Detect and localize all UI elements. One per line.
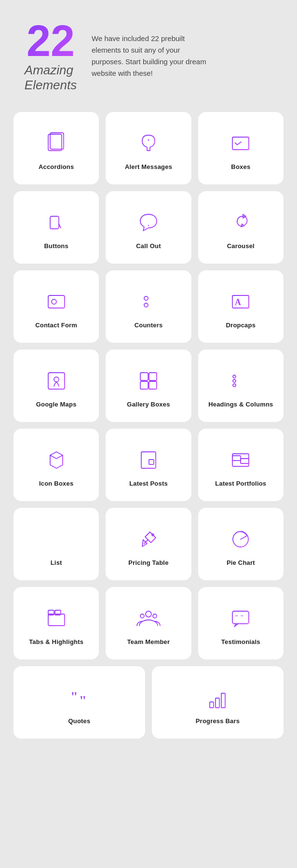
svg-point-70 <box>146 611 151 617</box>
latest-posts-label: Latest Posts <box>129 480 168 487</box>
icon-boxes-icon <box>43 447 69 473</box>
grid-row-6: List Pricing Table <box>14 508 284 580</box>
latest-posts-icon <box>135 447 162 473</box>
pie-chart-icon <box>228 526 254 552</box>
list-icon <box>43 526 69 552</box>
google-maps-label: Google Maps <box>36 401 77 408</box>
alert-messages-icon <box>135 130 162 156</box>
svg-rect-65 <box>48 614 65 626</box>
progress-bars-icon <box>205 685 231 711</box>
element-card-boxes[interactable]: Boxes <box>198 112 284 184</box>
header-left: 22 AmazingElements <box>19 19 82 93</box>
element-card-alert-messages[interactable]: Alert Messages <box>106 112 191 184</box>
pie-chart-label: Pie Chart <box>227 559 255 566</box>
element-card-list[interactable]: List <box>14 508 99 580</box>
team-member-icon <box>135 605 162 631</box>
element-card-dropcaps[interactable]: A Dropcaps <box>198 270 284 343</box>
counters-icon <box>135 289 162 315</box>
svg-rect-34 <box>149 381 157 389</box>
element-card-icon-boxes[interactable]: Icon Boxes <box>14 429 99 501</box>
alert-messages-label: Alert Messages <box>125 163 172 170</box>
boxes-label: Boxes <box>231 163 250 170</box>
element-card-tabs-highlights[interactable]: Tabs & Highlights <box>14 587 99 659</box>
call-out-label: Call Out <box>136 242 161 250</box>
svg-point-35 <box>233 375 236 378</box>
svg-point-39 <box>233 384 236 387</box>
call-out-icon <box>135 210 162 236</box>
svg-point-71 <box>140 614 144 618</box>
header-number: 22 <box>27 19 75 63</box>
grid-row-3: Contact Form Counters <box>14 270 284 343</box>
svg-rect-78 <box>210 702 214 708</box>
svg-point-19 <box>144 303 148 307</box>
contact-form-label: Contact Form <box>35 322 77 329</box>
svg-rect-31 <box>140 373 148 380</box>
svg-rect-7 <box>50 216 59 229</box>
svg-rect-79 <box>216 698 219 708</box>
element-card-google-maps[interactable]: Google Maps <box>14 350 99 422</box>
carousel-icon <box>228 210 254 236</box>
grid-row-2: Buttons Call Out Carousel <box>14 191 284 264</box>
grid-row-1: Accordions Alert Messages B <box>14 112 284 184</box>
svg-point-11 <box>52 299 56 304</box>
element-card-buttons[interactable]: Buttons <box>14 191 99 264</box>
element-card-headings-columns[interactable]: Headings & Columns <box>198 350 284 422</box>
element-card-contact-form[interactable]: Contact Form <box>14 270 99 343</box>
svg-text:A: A <box>235 297 241 307</box>
svg-rect-49 <box>232 456 241 461</box>
svg-rect-33 <box>140 381 148 389</box>
dropcaps-label: Dropcaps <box>226 322 256 329</box>
element-card-team-member[interactable]: Team Member <box>106 587 191 659</box>
dropcaps-icon: A <box>228 289 254 315</box>
element-card-pie-chart[interactable]: Pie Chart <box>198 508 284 580</box>
buttons-label: Buttons <box>44 242 68 250</box>
grid-row-7: Tabs & Highlights Team Member <box>14 587 284 659</box>
accordions-icon <box>43 130 69 156</box>
headings-columns-label: Headings & Columns <box>208 401 273 408</box>
svg-text:": " <box>241 614 243 621</box>
svg-point-4 <box>148 139 149 140</box>
google-maps-icon <box>43 368 69 394</box>
element-card-testimonials[interactable]: " " Testimonials <box>198 587 284 659</box>
list-label: List <box>51 559 62 566</box>
element-card-progress-bars[interactable]: Progress Bars <box>152 666 284 739</box>
tabs-highlights-label: Tabs & Highlights <box>29 638 83 645</box>
svg-text:": " <box>79 693 87 708</box>
element-card-call-out[interactable]: Call Out <box>106 191 191 264</box>
testimonials-icon: " " <box>228 605 254 631</box>
boxes-icon <box>228 130 254 156</box>
quotes-label: Quotes <box>68 717 91 725</box>
element-card-carousel[interactable]: Carousel <box>198 191 284 264</box>
element-card-accordions[interactable]: Accordions <box>14 112 99 184</box>
element-card-quotes[interactable]: " " Quotes <box>14 666 145 739</box>
gallery-boxes-label: Gallery Boxes <box>127 401 170 408</box>
svg-rect-50 <box>241 459 249 463</box>
svg-rect-80 <box>221 693 225 708</box>
grid-row-5: Icon Boxes Latest Posts <box>14 429 284 501</box>
svg-text:": " <box>70 689 78 704</box>
element-card-latest-posts[interactable]: Latest Posts <box>106 429 191 501</box>
buttons-icon <box>43 210 69 236</box>
element-card-pricing-table[interactable]: Pricing Table <box>106 508 191 580</box>
grid-row-4: Google Maps Gallery Boxes <box>14 350 284 422</box>
header: 22 AmazingElements We have included 22 p… <box>0 0 297 107</box>
element-card-gallery-boxes[interactable]: Gallery Boxes <box>106 350 191 422</box>
svg-point-72 <box>153 614 157 618</box>
element-card-latest-portfolios[interactable]: Latest Portfolios <box>198 429 284 501</box>
svg-rect-28 <box>48 373 65 389</box>
header-description: We have included 22 prebuilt elements to… <box>92 33 212 79</box>
element-card-counters[interactable]: Counters <box>106 270 191 343</box>
svg-rect-32 <box>149 373 157 380</box>
svg-point-15 <box>144 296 148 300</box>
quotes-icon: " " <box>67 685 93 711</box>
svg-point-29 <box>54 377 59 382</box>
counters-label: Counters <box>135 322 163 329</box>
accordions-label: Accordions <box>39 163 74 170</box>
testimonials-label: Testimonials <box>221 638 260 645</box>
icon-boxes-label: Icon Boxes <box>39 480 73 487</box>
headings-columns-icon <box>228 368 254 394</box>
progress-bars-label: Progress Bars <box>196 717 240 725</box>
latest-portfolios-label: Latest Portfolios <box>215 480 266 487</box>
contact-form-icon <box>43 289 69 315</box>
team-member-label: Team Member <box>127 638 170 645</box>
